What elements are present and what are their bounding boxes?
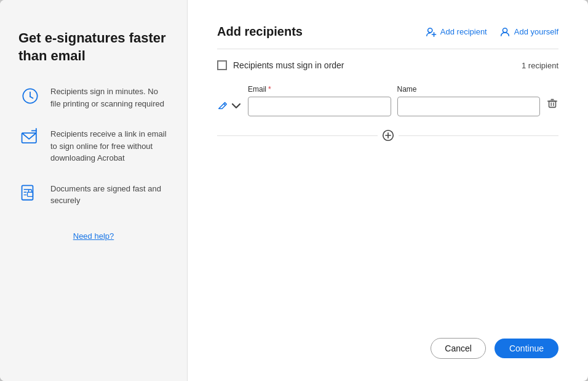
trash-icon <box>546 97 558 110</box>
divider-line-left <box>217 135 378 136</box>
feature-text-secure: Documents are signed fast and securely <box>50 182 169 207</box>
divider-line-right <box>399 135 559 136</box>
continue-button[interactable]: Continue <box>495 339 558 358</box>
svg-line-15 <box>224 103 226 105</box>
svg-line-2 <box>30 97 33 98</box>
left-panel: Get e-signatures faster than email Recip… <box>0 0 188 381</box>
plus-circle-icon <box>381 129 395 142</box>
name-label: Name <box>397 85 541 94</box>
recipient-count: 1 recipient <box>522 61 558 70</box>
sign-order-checkbox[interactable] <box>217 60 227 70</box>
add-yourself-label: Add yourself <box>514 27 558 36</box>
panel-title: Add recipients <box>217 25 303 39</box>
role-dropdown-button[interactable] <box>217 100 242 116</box>
svg-rect-16 <box>549 101 556 107</box>
email-field-group: Email * <box>248 85 391 116</box>
left-panel-title: Get e-signatures faster than email <box>18 30 169 65</box>
header-actions: Add recipient Add yourself <box>426 26 558 38</box>
email-input[interactable] <box>248 97 391 116</box>
feature-text-minutes: Recipients sign in minutes. No file prin… <box>50 84 169 110</box>
feature-item-secure: Documents are signed fast and securely <box>18 182 169 207</box>
pen-icon <box>217 100 228 111</box>
need-help-link[interactable]: Need help? <box>18 231 169 241</box>
email-required-star: * <box>268 85 271 94</box>
header-divider <box>217 49 558 49</box>
feature-item-email-link: Recipients receive a link in email to si… <box>18 127 169 164</box>
add-more-recipients-button[interactable] <box>378 129 399 142</box>
add-recipient-button[interactable]: Add recipient <box>426 26 487 38</box>
delete-recipient-button[interactable] <box>546 97 558 116</box>
feature-text-email-link: Recipients receive a link in email to si… <box>50 127 169 164</box>
add-yourself-icon <box>499 26 511 38</box>
panel-header: Add recipients Add recipient <box>217 25 558 39</box>
email-label: Email * <box>248 85 391 94</box>
svg-rect-7 <box>28 192 33 196</box>
right-panel: Add recipients Add recipient <box>188 0 588 381</box>
name-input[interactable] <box>397 97 541 116</box>
feature-list: Recipients sign in minutes. No file prin… <box>18 84 169 207</box>
add-more-divider <box>217 129 558 142</box>
name-field-group: Name <box>397 85 541 116</box>
recipient-row: Email * Name <box>217 85 558 116</box>
envelope-icon <box>18 127 42 150</box>
add-recipient-label: Add recipient <box>440 27 487 36</box>
order-row: Recipients must sign in order 1 recipien… <box>217 60 558 70</box>
order-left: Recipients must sign in order <box>217 60 344 70</box>
svg-point-11 <box>427 28 432 32</box>
svg-point-14 <box>503 28 507 32</box>
dialog: Get e-signatures faster than email Recip… <box>0 0 588 381</box>
sign-order-label: Recipients must sign in order <box>233 60 344 70</box>
chevron-down-icon <box>231 100 242 111</box>
add-yourself-button[interactable]: Add yourself <box>499 26 558 38</box>
feature-item-minutes: Recipients sign in minutes. No file prin… <box>18 84 169 110</box>
clock-icon <box>18 84 42 108</box>
cancel-button[interactable]: Cancel <box>431 338 486 359</box>
footer: Cancel Continue <box>217 328 558 359</box>
secure-doc-icon <box>18 182 42 205</box>
add-recipient-icon <box>426 26 437 38</box>
